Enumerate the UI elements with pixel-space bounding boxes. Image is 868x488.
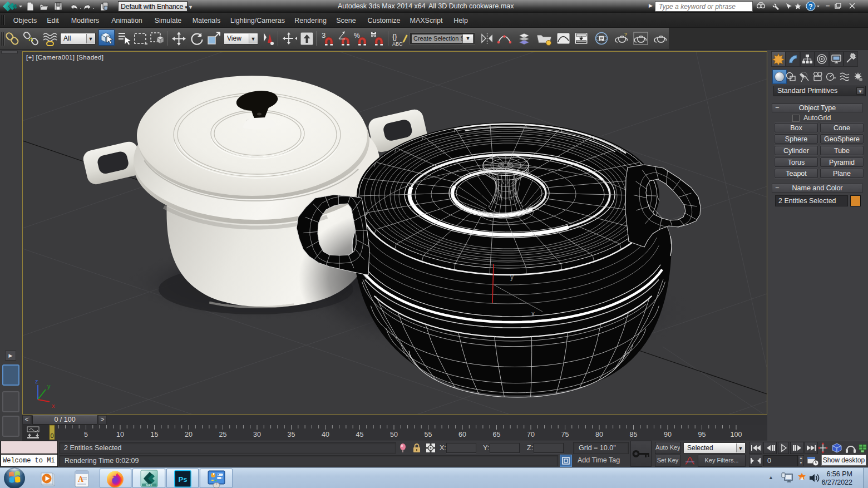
svg-text:60: 60 bbox=[458, 431, 466, 438]
svg-text:15: 15 bbox=[151, 431, 159, 438]
svg-text:90: 90 bbox=[664, 431, 672, 438]
svg-text:40: 40 bbox=[322, 431, 329, 438]
svg-text:80: 80 bbox=[595, 431, 603, 438]
svg-text:100: 100 bbox=[731, 431, 742, 438]
svg-text:y: y bbox=[47, 383, 51, 390]
svg-text:y: y bbox=[510, 273, 514, 281]
svg-text:%: % bbox=[354, 32, 360, 40]
svg-text:z: z bbox=[35, 378, 38, 385]
svg-text:3: 3 bbox=[322, 31, 326, 40]
svg-text:95: 95 bbox=[698, 431, 706, 438]
svg-text:35: 35 bbox=[288, 431, 295, 438]
svg-text:10: 10 bbox=[116, 431, 124, 438]
svg-text:20: 20 bbox=[185, 431, 193, 438]
svg-text:85: 85 bbox=[630, 431, 638, 438]
svg-text:25: 25 bbox=[219, 431, 227, 438]
svg-text:45: 45 bbox=[356, 431, 364, 438]
svg-text:50: 50 bbox=[390, 431, 398, 438]
svg-text:MAX: MAX bbox=[146, 484, 153, 487]
svg-text:30: 30 bbox=[253, 431, 261, 438]
svg-text:5: 5 bbox=[84, 431, 88, 438]
svg-text:70: 70 bbox=[527, 431, 535, 438]
svg-text:{}: {} bbox=[392, 32, 397, 41]
svg-text:Ps: Ps bbox=[179, 475, 188, 484]
svg-text:x: x bbox=[52, 402, 55, 409]
svg-text:?: ? bbox=[624, 32, 627, 37]
svg-text:ABC: ABC bbox=[392, 41, 403, 47]
svg-text:75: 75 bbox=[561, 431, 569, 438]
svg-text:0: 0 bbox=[50, 432, 53, 439]
svg-text:65: 65 bbox=[493, 431, 501, 438]
svg-text:?: ? bbox=[808, 3, 812, 11]
svg-text:x: x bbox=[531, 310, 535, 318]
svg-text:55: 55 bbox=[425, 431, 432, 438]
